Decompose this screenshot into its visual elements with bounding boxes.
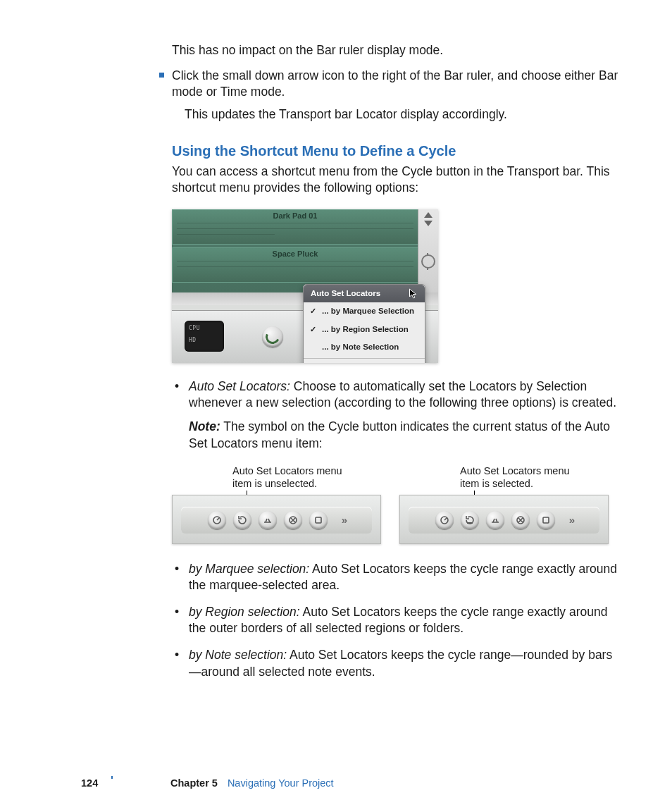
- figure-caption: Auto Set Locators menu item is unselecte…: [232, 464, 359, 490]
- tempo-dial-icon: [262, 326, 283, 347]
- term: by Region selection:: [189, 605, 300, 619]
- svg-rect-2: [316, 517, 321, 523]
- context-menu: Auto Set Locators ... by Marquee Selecti…: [303, 284, 425, 363]
- svg-rect-5: [543, 517, 549, 523]
- note-text: The symbol on the Cycle button indicates…: [189, 419, 610, 450]
- triangle-down-icon: [424, 221, 433, 226]
- autopunch-icon: [259, 511, 277, 529]
- link-icon: [421, 254, 435, 269]
- paragraph: This updates the Transport bar Locator d…: [172, 106, 623, 123]
- meter-label: HD: [185, 333, 224, 345]
- list-item: by Region selection: Auto Set Locators k…: [172, 604, 623, 637]
- list-item: by Note selection: Auto Set Locators kee…: [172, 647, 623, 680]
- term: by Marquee selection:: [189, 562, 309, 576]
- replace-icon: [511, 511, 530, 529]
- section-heading: Using the Shortcut Menu to Define a Cycl…: [172, 142, 623, 161]
- cursor-icon: [409, 288, 418, 303]
- menu-separator: [304, 358, 425, 359]
- solo-icon: [309, 511, 328, 529]
- track-region: Space Pluck: [172, 247, 418, 283]
- cycle-button-on-icon: [461, 511, 479, 529]
- term: Auto Set Locators:: [189, 379, 290, 393]
- chevron-double-right-icon: »: [564, 512, 580, 529]
- replace-icon: [284, 511, 302, 529]
- track-label: Dark Pad 01: [173, 210, 418, 221]
- menu-item-note: ... by Note Selection: [304, 338, 425, 357]
- figure-cycle-buttons: Auto Set Locators menu item is unselecte…: [172, 464, 623, 543]
- chevron-double-right-icon: »: [336, 512, 353, 529]
- menu-item-marquee: ... by Marquee Selection: [304, 302, 425, 321]
- figure-shortcut-menu: Dark Pad 01 Space Pluck CPU HD: [172, 209, 438, 363]
- figure-caption: Auto Set Locators menu item is selected.: [460, 464, 587, 490]
- footer-rule: [111, 776, 113, 779]
- list-step: Click the small down arrow icon to the r…: [172, 68, 623, 101]
- cpu-hd-meter: CPU HD: [185, 321, 224, 352]
- list-item: by Marquee selection: Auto Set Locators …: [172, 561, 623, 594]
- transport-strip-selected: »: [399, 495, 609, 544]
- footer-chapter: Chapter 5Navigating Your Project: [170, 777, 334, 789]
- menu-header-label: Auto Set Locators: [311, 289, 380, 297]
- page-number: 124: [81, 777, 98, 789]
- triangle-up-icon: [424, 212, 433, 218]
- track-region: Dark Pad 01: [172, 209, 418, 245]
- transport-strip-unselected: »: [172, 495, 381, 544]
- meter-label: CPU: [185, 321, 224, 333]
- menu-item-customize: Customize Transport Bar...: [304, 360, 425, 363]
- autopunch-icon: [486, 511, 504, 529]
- note-paragraph: Note: The symbol on the Cycle button ind…: [189, 419, 623, 452]
- track-label: Space Pluck: [173, 248, 418, 259]
- tempo-dial-icon: [435, 511, 454, 529]
- caption-text: Auto Set Locators menu item is unselecte…: [232, 465, 342, 489]
- cycle-button-off-icon: [233, 511, 251, 529]
- chapter-label: Chapter 5: [170, 777, 218, 789]
- paragraph: You can access a shortcut menu from the …: [172, 164, 623, 197]
- caption-text: Auto Set Locators menu item is selected.: [460, 465, 570, 489]
- note-label: Note:: [189, 419, 220, 433]
- chapter-title: Navigating Your Project: [228, 777, 334, 789]
- tracks-area: Dark Pad 01 Space Pluck: [172, 209, 418, 293]
- term: by Note selection:: [189, 648, 287, 662]
- step-text: Click the small down arrow icon to the r…: [172, 68, 618, 99]
- menu-header: Auto Set Locators: [304, 285, 425, 303]
- paragraph: This has no impact on the Bar ruler disp…: [172, 42, 623, 59]
- scroll-sidebar: [418, 209, 438, 292]
- solo-icon: [537, 511, 555, 529]
- menu-item-region: ... by Region Selection: [304, 321, 425, 339]
- list-item: Auto Set Locators: Choose to automatical…: [172, 378, 623, 452]
- tempo-dial-icon: [208, 511, 226, 529]
